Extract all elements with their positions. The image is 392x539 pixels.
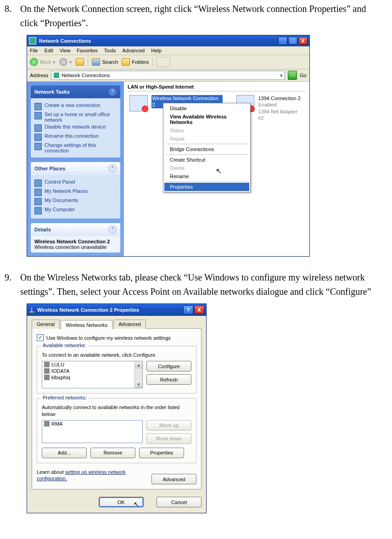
properties-button[interactable]: Properties <box>139 448 184 458</box>
help-button[interactable]: ? <box>183 305 193 314</box>
up-button[interactable] <box>76 58 84 66</box>
task-change-settings[interactable]: Change settings of this connection <box>34 142 117 153</box>
step-8-number: 8. <box>5 2 20 16</box>
antenna-icon <box>44 421 50 427</box>
context-menu: Disable View Available Wireless Networks… <box>163 103 251 192</box>
go-button[interactable]: → <box>288 71 297 80</box>
dialog-footer: OK ↖ Cancel <box>27 493 206 513</box>
network-connections-window: Network Connections _ □ X File Edit View… <box>27 35 310 257</box>
details-panel: Details˄ Wireless Network Connection 2 W… <box>31 223 120 253</box>
connection-1394-name: 1394 Connection 2 <box>258 95 304 101</box>
forward-button[interactable]: ▾ <box>59 58 72 66</box>
ok-button[interactable]: OK <box>99 497 144 507</box>
learn-pre: Learn about <box>37 469 65 475</box>
menu-file[interactable]: File <box>30 48 38 53</box>
place-control-panel[interactable]: Control Panel <box>34 179 117 187</box>
task-setup-network[interactable]: Set up a home or small office network <box>34 112 117 123</box>
available-networks-hint: To connect to an available network, clic… <box>42 352 191 358</box>
cancel-button[interactable]: Cancel <box>157 497 202 507</box>
minimize-button[interactable]: _ <box>278 37 287 45</box>
place-my-documents[interactable]: My Documents <box>34 197 117 205</box>
menu-view[interactable]: View <box>60 48 71 53</box>
menu-edit[interactable]: Edit <box>45 48 53 53</box>
wireless-properties-dialog: ⊥ Wireless Network Connection 2 Properti… <box>27 303 207 513</box>
task-disable-device[interactable]: Disable this network device <box>34 124 117 132</box>
place-my-computer[interactable]: My Computer <box>34 207 117 214</box>
address-label: Address <box>30 73 48 78</box>
checkbox-icon: ✓ <box>37 334 44 341</box>
use-windows-checkbox[interactable]: ✓ Use Windows to configure my wireless n… <box>37 334 196 341</box>
ctx-bridge[interactable]: Bridge Connections <box>164 145 249 153</box>
tab-wireless[interactable]: Wireless Networks <box>61 320 112 329</box>
other-places-header[interactable]: Other Places˄ <box>31 162 120 175</box>
remove-button[interactable]: Remove <box>90 448 135 458</box>
move-up-button: Move up <box>146 420 191 431</box>
close-button[interactable]: X <box>298 37 308 45</box>
content-area: LAN or High-Speed Internet Wireless Netw… <box>124 82 309 256</box>
details-header[interactable]: Details˄ <box>31 223 120 236</box>
back-button[interactable]: Back▾ <box>30 58 56 66</box>
ctx-repair: Repair <box>164 135 249 143</box>
ctx-disable[interactable]: Disable <box>164 104 249 112</box>
window-icon <box>29 37 36 45</box>
ctx-rename[interactable]: Rename <box>164 172 249 180</box>
network-lulu[interactable]: LULU <box>42 361 142 368</box>
connection-1394-status: Enabled <box>258 101 304 108</box>
menu-favorites[interactable]: Favorites <box>77 48 97 53</box>
details-name: Wireless Network Connection 2 <box>34 239 117 244</box>
ctx-delete: Delete <box>164 164 249 172</box>
address-bar: Address Network Connections ▾ → Go <box>27 69 309 82</box>
preferred-network-rma[interactable]: RMA <box>42 421 142 427</box>
add-button[interactable]: Add... <box>42 448 87 458</box>
address-input[interactable]: Network Connections ▾ <box>51 71 285 80</box>
configure-button[interactable]: Configure <box>146 361 191 371</box>
advanced-button[interactable]: Advanced <box>151 474 196 484</box>
menu-bar[interactable]: File Edit View Favorites Tools Advanced … <box>27 46 309 55</box>
tab-page: ✓ Use Windows to configure my wireless n… <box>32 328 202 489</box>
search-button[interactable]: Search <box>92 58 118 66</box>
other-places-panel: Other Places˄ Control Panel My Network P… <box>31 162 120 219</box>
sidebar: Network Tasks˄ Create a new connection S… <box>27 82 124 256</box>
network-tasks-panel: Network Tasks˄ Create a new connection S… <box>31 85 120 157</box>
task-create-connection[interactable]: Create a new connection <box>34 102 117 110</box>
network-iodata[interactable]: IODATA <box>42 368 142 374</box>
address-value: Network Connections <box>62 73 110 78</box>
cursor-icon: ↖ <box>216 167 222 175</box>
preferred-networks-title: Preferred networks: <box>41 395 89 400</box>
dlg-close-button[interactable]: X <box>194 305 204 314</box>
menu-tools[interactable]: Tools <box>104 48 116 53</box>
go-label: Go <box>300 73 307 78</box>
step-8: 8.On the Network Connection screen, righ… <box>5 2 387 30</box>
toolbar: Back▾ ▾ Search Folders <box>27 55 309 69</box>
window-title: Network Connections <box>39 38 91 44</box>
menu-advanced[interactable]: Advanced <box>122 48 145 53</box>
available-networks-title: Available networks: <box>41 342 88 348</box>
ctx-shortcut[interactable]: Create Shortcut <box>164 156 249 164</box>
scrollbar[interactable]: ▲▼ <box>134 361 142 388</box>
dlg-titlebar[interactable]: ⊥ Wireless Network Connection 2 Properti… <box>27 304 206 316</box>
menu-help[interactable]: Help <box>151 48 162 53</box>
maximize-button[interactable]: □ <box>288 37 297 45</box>
place-network-places[interactable]: My Network Places <box>34 188 117 196</box>
ctx-view-networks[interactable]: View Available Wireless Networks <box>164 112 249 126</box>
task-rename-connection[interactable]: Rename this connection <box>34 133 117 141</box>
tab-general[interactable]: General <box>32 320 60 329</box>
tab-advanced[interactable]: Advanced <box>113 320 146 329</box>
ctx-properties[interactable]: Properties <box>164 183 249 191</box>
wifi-icon: ⊥ <box>29 306 34 314</box>
folders-button[interactable]: Folders <box>122 58 149 66</box>
network-klbaphiq[interactable]: klbaphiq <box>42 374 142 381</box>
wireless-icon <box>129 95 148 112</box>
preferred-networks-group: Preferred networks: Automatically connec… <box>37 398 196 463</box>
titlebar[interactable]: Network Connections _ □ X <box>27 35 309 46</box>
connection-1394-device: 1394 Net Adapter #2 <box>258 108 304 122</box>
dlg-title: Wireless Network Connection 2 Properties <box>37 307 139 313</box>
views-button[interactable] <box>157 57 170 67</box>
available-networks-list[interactable]: LULU IODATA klbaphiq ▲▼ <box>42 361 143 388</box>
refresh-button[interactable]: Refresh <box>146 374 191 385</box>
antenna-icon <box>44 368 50 374</box>
network-tasks-header[interactable]: Network Tasks˄ <box>31 85 120 98</box>
available-networks-group: Available networks: To connect to an ava… <box>37 346 196 393</box>
preferred-networks-list[interactable]: RMA <box>42 420 143 443</box>
step-8-text: On the Network Connection screen, right … <box>20 2 383 30</box>
